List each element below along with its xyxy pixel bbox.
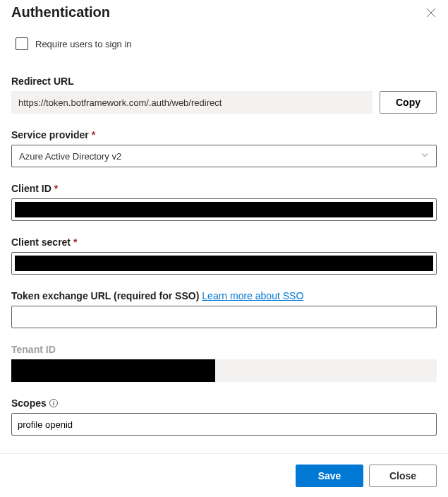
- chevron-down-icon: [420, 151, 429, 162]
- client-id-input[interactable]: [11, 198, 437, 221]
- service-provider-select[interactable]: Azure Active Directory v2: [11, 145, 437, 167]
- client-id-field: Client ID *: [11, 183, 437, 221]
- require-signin-label: Require users to sign in: [35, 39, 132, 49]
- scopes-label: Scopes i: [11, 397, 437, 409]
- page-title: Authentication: [11, 4, 110, 20]
- redacted-value: [15, 256, 433, 271]
- client-secret-label: Client secret *: [11, 236, 437, 248]
- require-signin-row: Require users to sign in: [16, 37, 437, 50]
- close-button[interactable]: Close: [369, 465, 437, 487]
- required-asterisk: *: [54, 183, 58, 194]
- token-exchange-label: Token exchange URL (required for SSO) Le…: [11, 290, 437, 301]
- redirect-url-field: Redirect URL Copy: [11, 76, 437, 114]
- save-button[interactable]: Save: [296, 465, 363, 487]
- require-signin-checkbox[interactable]: [16, 37, 28, 50]
- redirect-url-label: Redirect URL: [11, 76, 437, 87]
- redirect-url-input[interactable]: [11, 91, 373, 114]
- token-exchange-input[interactable]: [11, 306, 437, 328]
- required-asterisk: *: [92, 129, 95, 140]
- info-icon[interactable]: i: [49, 399, 58, 407]
- scopes-field: Scopes i: [11, 397, 437, 436]
- service-provider-label: Service provider *: [11, 129, 437, 140]
- tenant-id-label: Tenant ID: [11, 344, 437, 355]
- service-provider-field: Service provider * Azure Active Director…: [11, 129, 437, 167]
- panel-header: Authentication: [11, 4, 437, 20]
- learn-more-sso-link[interactable]: Learn more about SSO: [202, 290, 303, 301]
- authentication-panel: Authentication Require users to sign in …: [0, 0, 448, 453]
- client-id-label: Client ID *: [11, 183, 437, 194]
- token-exchange-field: Token exchange URL (required for SSO) Le…: [11, 290, 437, 328]
- scopes-input[interactable]: [11, 413, 437, 436]
- close-icon[interactable]: [425, 7, 437, 18]
- tenant-id-field: Tenant ID: [11, 344, 437, 382]
- panel-footer: Save Close: [0, 453, 448, 497]
- redacted-value: [11, 359, 215, 382]
- redacted-value: [15, 202, 433, 217]
- client-secret-input[interactable]: [11, 252, 437, 275]
- tenant-id-display: [11, 359, 437, 382]
- client-secret-field: Client secret *: [11, 236, 437, 275]
- service-provider-value: Azure Active Directory v2: [19, 151, 121, 162]
- copy-button[interactable]: Copy: [380, 91, 437, 114]
- required-asterisk: *: [73, 236, 77, 248]
